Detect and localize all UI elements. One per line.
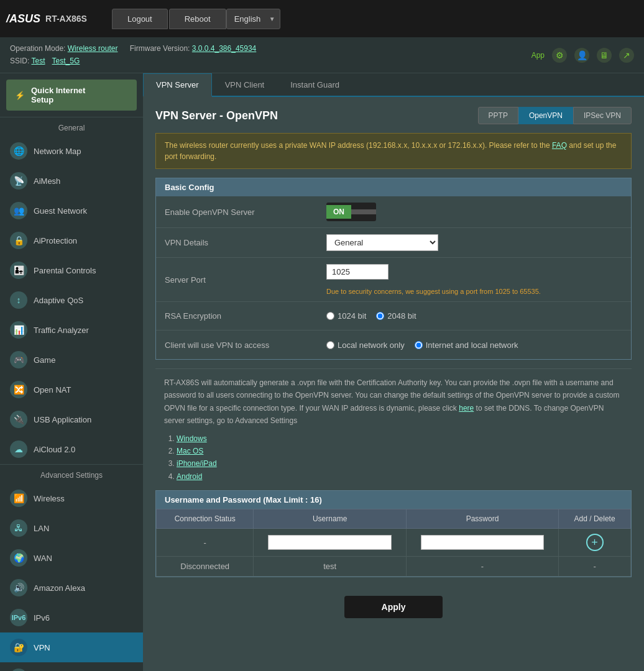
row2-status: Disconnected bbox=[157, 557, 254, 577]
rsa-1024-option[interactable]: 1024 bit bbox=[326, 311, 366, 321]
pptp-button[interactable]: PPTP bbox=[478, 107, 518, 124]
app-label: App bbox=[531, 51, 545, 60]
ssid-5g: Test_5G bbox=[52, 57, 80, 65]
sidebar-item-lan[interactable]: 🖧 LAN bbox=[0, 513, 143, 543]
language-selector-wrapper[interactable]: English bbox=[226, 9, 280, 29]
row1-action: + bbox=[559, 529, 631, 557]
share-icon[interactable]: ↗ bbox=[619, 48, 634, 63]
sidebar-item-aicloud[interactable]: ☁ AiCloud 2.0 bbox=[0, 434, 143, 464]
top-icons: App ⚙ 👤 🖥 ↗ bbox=[531, 48, 634, 63]
system-info: Operation Mode: Wireless router Firmware… bbox=[10, 43, 256, 66]
tab-vpn-client[interactable]: VPN Client bbox=[212, 73, 278, 96]
language-select[interactable]: English bbox=[226, 9, 280, 29]
platform-windows: Windows bbox=[177, 432, 623, 445]
guest-network-label: Guest Network bbox=[34, 206, 87, 216]
usb-application-label: USB Application bbox=[34, 415, 91, 424]
sidebar-item-game[interactable]: 🎮 Game bbox=[0, 345, 143, 375]
server-port-row: Server Port Due to security concerns, we… bbox=[156, 258, 631, 302]
apply-section: Apply bbox=[155, 586, 632, 628]
ipsec-button[interactable]: IPSec VPN bbox=[573, 107, 632, 124]
quick-setup-label: Quick InternetSetup bbox=[31, 86, 85, 104]
wireless-icon: 📶 bbox=[10, 490, 27, 507]
sidebar-item-amazon-alexa[interactable]: 🔊 Amazon Alexa bbox=[0, 573, 143, 603]
sidebar-item-adaptive-qos[interactable]: ↕ Adaptive QoS bbox=[0, 285, 143, 315]
table-header-row: Connection Status Username Password Add … bbox=[157, 509, 631, 529]
sidebar-item-guest-network[interactable]: 👥 Guest Network bbox=[0, 196, 143, 226]
reboot-button[interactable]: Reboot bbox=[169, 9, 226, 29]
user-table: Connection Status Username Password Add … bbox=[156, 509, 631, 577]
macos-link[interactable]: Mac OS bbox=[177, 447, 203, 455]
logout-button[interactable]: Logout bbox=[112, 9, 168, 29]
username-input[interactable] bbox=[268, 535, 391, 550]
internet-local-label: Internet and local network bbox=[426, 340, 518, 350]
open-nat-icon: 🔀 bbox=[10, 381, 27, 398]
game-label: Game bbox=[34, 355, 55, 365]
nav-buttons: Logout Reboot bbox=[112, 9, 226, 29]
monitor-icon[interactable]: 🖥 bbox=[597, 48, 612, 63]
platform-android: Android bbox=[177, 470, 623, 483]
col-connection-status: Connection Status bbox=[157, 509, 254, 529]
internet-local-radio[interactable] bbox=[415, 341, 423, 349]
vpn-details-label: VPN Details bbox=[165, 238, 326, 247]
op-mode-label: Operation Mode: bbox=[10, 44, 65, 53]
amazon-alexa-label: Amazon Alexa bbox=[34, 583, 85, 593]
local-network-radio[interactable] bbox=[326, 341, 334, 349]
user-icon[interactable]: 👤 bbox=[574, 48, 589, 63]
col-add-delete: Add / Delete bbox=[559, 509, 631, 529]
rsa-2048-option[interactable]: 2048 bit bbox=[376, 311, 416, 321]
parental-controls-label: Parental Controls bbox=[34, 266, 96, 275]
password-input[interactable] bbox=[421, 535, 544, 550]
apply-button[interactable]: Apply bbox=[344, 596, 443, 618]
sidebar-item-vpn[interactable]: 🔐 VPN bbox=[0, 632, 143, 662]
enable-openvpn-toggle[interactable]: ON bbox=[326, 203, 376, 221]
sidebar-item-wan[interactable]: 🌍 WAN bbox=[0, 543, 143, 573]
openvpn-button[interactable]: OpenVPN bbox=[518, 107, 573, 124]
android-link[interactable]: Android bbox=[177, 472, 202, 481]
guest-network-icon: 👥 bbox=[10, 202, 27, 219]
sidebar-item-traffic-analyzer[interactable]: 📊 Traffic Analyzer bbox=[0, 315, 143, 345]
windows-link[interactable]: Windows bbox=[177, 434, 207, 443]
client-access-radio-group: Local network only Internet and local ne… bbox=[326, 340, 518, 350]
internet-local-option[interactable]: Internet and local network bbox=[415, 340, 518, 350]
aiprotection-icon: 🔒 bbox=[10, 232, 27, 249]
sidebar-item-aiprotection[interactable]: 🔒 AiProtection bbox=[0, 226, 143, 255]
faq-link[interactable]: FAQ bbox=[552, 141, 567, 150]
quick-setup-button[interactable]: ⚡ Quick InternetSetup bbox=[6, 80, 137, 111]
col-password: Password bbox=[406, 509, 558, 529]
platform-iphone: iPhone/iPad bbox=[177, 457, 623, 470]
platform-list: Windows Mac OS iPhone/iPad Android bbox=[177, 432, 623, 483]
sidebar: ⚡ Quick InternetSetup General 🌐 Network … bbox=[0, 73, 143, 671]
here-link[interactable]: here bbox=[459, 404, 474, 413]
sidebar-item-usb-application[interactable]: 🔌 USB Application bbox=[0, 404, 143, 434]
sidebar-item-parental-controls[interactable]: 👨‍👧 Parental Controls bbox=[0, 255, 143, 285]
sidebar-item-aimesh[interactable]: 📡 AiMesh bbox=[0, 166, 143, 196]
adaptive-qos-label: Adaptive QoS bbox=[34, 296, 83, 305]
vpn-details-select[interactable]: General Custom bbox=[326, 234, 438, 251]
local-network-option[interactable]: Local network only bbox=[326, 340, 405, 350]
server-port-input[interactable] bbox=[326, 264, 389, 280]
settings-icon[interactable]: ⚙ bbox=[552, 48, 567, 63]
sidebar-item-network-map[interactable]: 🌐 Network Map bbox=[0, 136, 143, 166]
wan-label: WAN bbox=[34, 554, 52, 563]
tab-vpn-server[interactable]: VPN Server bbox=[143, 73, 212, 97]
add-user-button[interactable]: + bbox=[586, 534, 604, 551]
sidebar-item-ipv6[interactable]: IPv6 IPv6 bbox=[0, 603, 143, 632]
tab-instant-guard[interactable]: Instant Guard bbox=[277, 73, 352, 96]
row1-username bbox=[254, 529, 406, 557]
sidebar-item-firewall[interactable]: 🔥 Firewall bbox=[0, 662, 143, 671]
rsa-2048-radio[interactable] bbox=[376, 312, 384, 320]
row1-status: - bbox=[157, 529, 254, 557]
vpn-icon: 🔐 bbox=[10, 639, 27, 656]
ipv6-label: IPv6 bbox=[34, 613, 50, 623]
col-username: Username bbox=[254, 509, 406, 529]
aicloud-icon: ☁ bbox=[10, 440, 27, 458]
rsa-1024-radio[interactable] bbox=[326, 312, 334, 320]
adaptive-qos-icon: ↕ bbox=[10, 291, 27, 309]
sidebar-item-wireless[interactable]: 📶 Wireless bbox=[0, 483, 143, 513]
content-area: VPN Server - OpenVPN PPTP OpenVPN IPSec … bbox=[143, 97, 644, 638]
traffic-analyzer-label: Traffic Analyzer bbox=[34, 326, 89, 335]
iphone-link[interactable]: iPhone/iPad bbox=[177, 459, 217, 468]
traffic-analyzer-icon: 📊 bbox=[10, 321, 27, 339]
sidebar-item-open-nat[interactable]: 🔀 Open NAT bbox=[0, 375, 143, 404]
amazon-alexa-icon: 🔊 bbox=[10, 579, 27, 596]
